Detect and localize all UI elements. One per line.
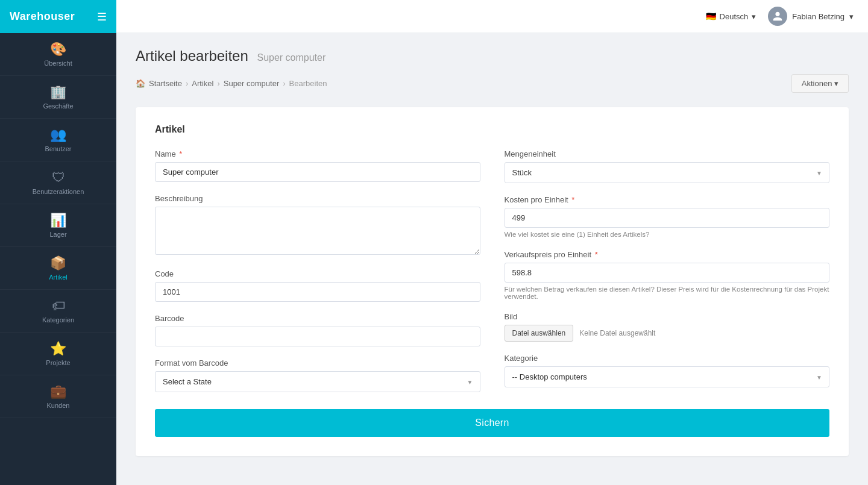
sidebar: Warehouser ☰ 🎨 Übersicht 🏢 Geschäfte 👥 B… — [0, 0, 116, 485]
language-label: Deutsch — [720, 12, 749, 21]
kosten-input[interactable] — [505, 208, 830, 228]
barcode-format-select[interactable]: Select a State EAN-13 EAN-8 UPC Code 128… — [155, 371, 480, 392]
card-title: Artikel — [155, 124, 829, 135]
page-title-section: Artikel bearbeiten Super computer — [136, 48, 849, 64]
verkaufspreis-group: Verkaufspreis pro Einheit * Für welchen … — [505, 250, 830, 300]
breadcrumb-startseite[interactable]: Startseite — [149, 79, 182, 88]
description-label: Beschreibung — [155, 194, 480, 203]
code-group: Code — [155, 269, 480, 302]
verkaufspreis-hint: Für welchen Betrag verkaufen sie diesen … — [505, 286, 830, 300]
sidebar-header: Warehouser ☰ — [0, 0, 116, 33]
mengeneinheit-group: Mengeneinheit Stück kg Liter — [505, 149, 830, 183]
kosten-hint: Wie viel kostet sie eine (1) Einheit des… — [505, 231, 830, 238]
mengeneinheit-label: Mengeneinheit — [505, 149, 830, 158]
form-left-column: Name * Beschreibung Code Barc — [155, 149, 480, 404]
sidebar-item-kategorien[interactable]: 🏷 Kategorien — [0, 290, 116, 333]
sidebar-item-label: Kategorien — [42, 316, 74, 324]
file-group: Datei auswählen Keine Datei ausgewählt — [505, 325, 830, 342]
page-subtitle: Super computer — [257, 52, 326, 63]
users-icon: 👥 — [50, 127, 66, 143]
breadcrumb-current: Bearbeiten — [289, 79, 327, 88]
name-label: Name * — [155, 149, 480, 158]
sidebar-item-label: Geschäfte — [43, 102, 73, 110]
user-name: Fabian Betzing — [792, 12, 844, 21]
lang-chevron-icon: ▾ — [752, 12, 756, 21]
kategorie-group: Kategorie -- Desktop computers -- Laptop… — [505, 354, 830, 387]
kategorie-select-wrapper: -- Desktop computers -- Laptops -- Table… — [505, 366, 830, 387]
file-choose-button[interactable]: Datei auswählen — [505, 325, 574, 342]
bild-label: Bild — [505, 312, 830, 321]
store-icon: 🏢 — [50, 84, 66, 100]
kosten-required: * — [571, 195, 574, 204]
form-grid: Name * Beschreibung Code Barc — [155, 149, 829, 404]
article-icon: 📦 — [50, 255, 66, 271]
language-selector[interactable]: 🇩🇪 Deutsch ▾ — [706, 11, 756, 21]
sidebar-item-benutzeraktionen[interactable]: 🛡 Benutzeraktionen — [0, 161, 116, 204]
home-icon: 🏠 — [136, 79, 145, 88]
barcode-group: Barcode — [155, 314, 480, 346]
page-title: Artikel bearbeiten Super computer — [136, 48, 849, 64]
sidebar-item-label: Benutzeraktionen — [33, 188, 84, 195]
sidebar-item-kunden[interactable]: 💼 Kunden — [0, 375, 116, 418]
user-chevron-icon: ▾ — [849, 12, 854, 21]
menu-icon[interactable]: ☰ — [97, 10, 107, 23]
customers-icon: 💼 — [50, 384, 66, 399]
sidebar-item-label: Artikel — [49, 274, 68, 281]
avatar — [768, 7, 787, 26]
dashboard-icon: 🎨 — [50, 42, 66, 57]
name-input[interactable] — [155, 162, 480, 182]
kosten-group: Kosten pro Einheit * Wie viel kostet sie… — [505, 195, 830, 238]
shield-icon: 🛡 — [52, 170, 65, 186]
description-input[interactable] — [155, 207, 480, 255]
code-input[interactable] — [155, 282, 480, 302]
topbar: 🇩🇪 Deutsch ▾ Fabian Betzing ▾ — [116, 0, 868, 33]
sidebar-item-benutzer[interactable]: 👥 Benutzer — [0, 119, 116, 161]
sidebar-item-label: Lager — [49, 231, 66, 238]
kosten-label: Kosten pro Einheit * — [505, 195, 830, 204]
projects-icon: ⭐ — [50, 341, 66, 357]
breadcrumb-artikel[interactable]: Artikel — [192, 79, 213, 88]
barcode-format-group: Format vom Barcode Select a State EAN-13… — [155, 358, 480, 392]
form-right-column: Mengeneinheit Stück kg Liter Kosten pro … — [505, 149, 830, 404]
sidebar-item-projekte[interactable]: ⭐ Projekte — [0, 333, 116, 375]
warehouse-icon: 📊 — [50, 213, 66, 228]
breadcrumb-supercomputer[interactable]: Super computer — [224, 79, 280, 88]
bild-group: Bild Datei auswählen Keine Datei ausgewä… — [505, 312, 830, 342]
user-menu[interactable]: Fabian Betzing ▾ — [768, 7, 854, 26]
sidebar-item-ubersicht[interactable]: 🎨 Übersicht — [0, 33, 116, 76]
verkaufspreis-label: Verkaufspreis pro Einheit * — [505, 250, 830, 259]
page-content: Artikel bearbeiten Super computer 🏠 Star… — [116, 33, 868, 485]
sidebar-item-geschafte[interactable]: 🏢 Geschäfte — [0, 76, 116, 119]
breadcrumb-row: 🏠 Startseite › Artikel › Super computer … — [136, 74, 849, 93]
name-required: * — [179, 149, 182, 158]
barcode-format-select-wrapper: Select a State EAN-13 EAN-8 UPC Code 128… — [155, 371, 480, 392]
flag-icon: 🇩🇪 — [706, 11, 716, 21]
breadcrumb: 🏠 Startseite › Artikel › Super computer … — [136, 79, 327, 88]
actions-button[interactable]: Aktionen ▾ — [791, 74, 849, 93]
sidebar-item-label: Projekte — [46, 359, 70, 366]
kategorie-select[interactable]: -- Desktop computers -- Laptops -- Table… — [505, 366, 830, 387]
mengeneinheit-select[interactable]: Stück kg Liter — [505, 162, 830, 183]
name-group: Name * — [155, 149, 480, 182]
mengeneinheit-select-wrapper: Stück kg Liter — [505, 162, 830, 183]
barcode-format-label: Format vom Barcode — [155, 358, 480, 368]
category-icon: 🏷 — [52, 298, 65, 314]
sidebar-item-label: Benutzer — [45, 145, 71, 152]
sidebar-item-label: Kunden — [47, 402, 70, 409]
barcode-label: Barcode — [155, 314, 480, 323]
barcode-input[interactable] — [155, 327, 480, 346]
main-content: 🇩🇪 Deutsch ▾ Fabian Betzing ▾ Artikel be… — [116, 0, 868, 485]
description-group: Beschreibung — [155, 194, 480, 257]
file-name-display: Keine Datei ausgewählt — [579, 329, 655, 337]
form-card: Artikel Name * Beschreibung — [136, 107, 849, 456]
verkaufspreis-input[interactable] — [505, 263, 830, 283]
kategorie-label: Kategorie — [505, 354, 830, 363]
sidebar-item-label: Übersicht — [44, 60, 72, 67]
code-label: Code — [155, 269, 480, 278]
sidebar-item-artikel[interactable]: 📦 Artikel — [0, 247, 116, 290]
app-logo: Warehouser — [10, 10, 75, 23]
verkaufspreis-required: * — [595, 250, 598, 259]
save-button[interactable]: Sichern — [155, 409, 829, 437]
sidebar-item-lager[interactable]: 📊 Lager — [0, 204, 116, 247]
